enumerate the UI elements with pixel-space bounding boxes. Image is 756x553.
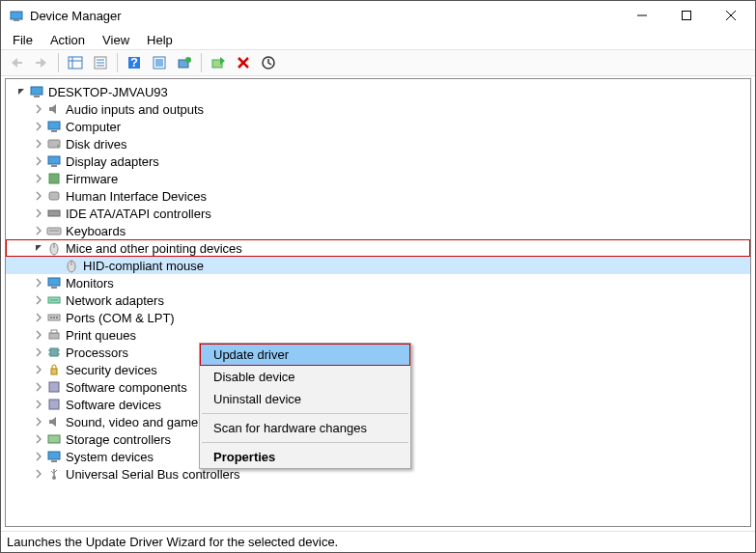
category-label: Software components bbox=[66, 380, 187, 395]
svg-rect-52 bbox=[50, 348, 58, 356]
system-icon bbox=[46, 449, 62, 464]
category-label: Storage controllers bbox=[66, 432, 171, 447]
chevron-icon[interactable] bbox=[33, 191, 44, 201]
update-driver-button[interactable] bbox=[173, 51, 196, 74]
tree-category[interactable]: Disk drives bbox=[6, 135, 750, 152]
chevron-icon[interactable] bbox=[33, 104, 44, 114]
svg-rect-32 bbox=[51, 165, 57, 167]
chevron-icon[interactable] bbox=[33, 156, 44, 166]
category-label: Software devices bbox=[66, 398, 161, 412]
svg-rect-57 bbox=[51, 369, 57, 374]
storage-icon bbox=[46, 431, 62, 447]
chevron-icon[interactable] bbox=[33, 469, 44, 479]
tree-device[interactable]: HID-compliant mouse bbox=[6, 257, 750, 274]
tree-category[interactable]: Print queues bbox=[6, 326, 750, 344]
chevron-icon[interactable] bbox=[33, 208, 44, 218]
root-label: DESKTOP-JMVAU93 bbox=[48, 85, 168, 99]
monitor-icon bbox=[46, 275, 62, 290]
tree-category[interactable]: Firmware bbox=[6, 170, 750, 187]
close-button[interactable] bbox=[709, 2, 753, 29]
chevron-icon[interactable] bbox=[33, 174, 44, 183]
show-hide-console-button[interactable] bbox=[64, 51, 87, 74]
svg-point-47 bbox=[50, 317, 52, 318]
menubar: File Action View Help bbox=[1, 30, 755, 49]
maximize-button[interactable] bbox=[664, 2, 709, 29]
svg-point-48 bbox=[53, 317, 55, 318]
keyboard-icon bbox=[46, 223, 62, 238]
chevron-icon[interactable] bbox=[33, 400, 44, 409]
chevron-icon[interactable] bbox=[33, 295, 44, 305]
chevron-icon[interactable] bbox=[33, 330, 44, 340]
menu-view[interactable]: View bbox=[95, 32, 137, 48]
chevron-icon[interactable] bbox=[33, 278, 44, 288]
tree-category[interactable]: Mice and other pointing devices bbox=[6, 239, 750, 257]
tree-category[interactable]: Computer bbox=[6, 118, 750, 135]
audio-icon bbox=[46, 101, 62, 117]
properties-button[interactable] bbox=[89, 51, 112, 74]
svg-rect-33 bbox=[49, 174, 59, 183]
tree-root[interactable]: DESKTOP-JMVAU93 bbox=[6, 83, 750, 100]
chevron-icon[interactable] bbox=[33, 122, 44, 131]
context-scan-hardware[interactable]: Scan for hardware changes bbox=[200, 417, 410, 439]
mouse-icon bbox=[46, 240, 62, 256]
chevron-icon[interactable] bbox=[33, 313, 44, 322]
device-tree-panel[interactable]: DESKTOP-JMVAU93Audio inputs and outputsC… bbox=[5, 78, 751, 527]
category-label: Firmware bbox=[66, 172, 118, 186]
disable-device-button[interactable] bbox=[257, 51, 280, 74]
menu-action[interactable]: Action bbox=[42, 32, 93, 48]
context-separator bbox=[202, 413, 408, 414]
context-update-driver[interactable]: Update driver bbox=[200, 344, 410, 366]
tree-category[interactable]: IDE ATA/ATAPI controllers bbox=[6, 205, 750, 222]
svg-rect-43 bbox=[51, 287, 57, 289]
firmware-icon bbox=[46, 171, 62, 186]
chevron-icon[interactable] bbox=[33, 347, 44, 357]
category-label: Security devices bbox=[66, 363, 157, 377]
menu-file[interactable]: File bbox=[5, 32, 41, 48]
svg-rect-42 bbox=[48, 278, 60, 286]
uninstall-device-button[interactable] bbox=[232, 51, 255, 74]
titlebar: Device Manager bbox=[1, 1, 755, 30]
category-label: Display adapters bbox=[66, 154, 159, 169]
disk-icon bbox=[46, 136, 62, 152]
chevron-icon[interactable] bbox=[33, 226, 44, 235]
category-label: Processors bbox=[66, 346, 128, 360]
tree-category[interactable]: Monitors bbox=[6, 274, 750, 291]
chevron-icon[interactable] bbox=[33, 139, 44, 149]
tree-category[interactable]: Network adapters bbox=[6, 291, 750, 309]
minimize-button[interactable] bbox=[620, 2, 664, 29]
tree-category[interactable]: Ports (COM & LPT) bbox=[6, 309, 750, 326]
forward-button[interactable] bbox=[30, 51, 53, 74]
category-label: Monitors bbox=[66, 276, 114, 290]
chevron-icon[interactable] bbox=[33, 243, 44, 253]
scan-hardware-button[interactable] bbox=[148, 51, 171, 74]
category-label: Mice and other pointing devices bbox=[66, 241, 242, 256]
computer-icon bbox=[46, 119, 62, 134]
category-label: Human Interface Devices bbox=[66, 189, 207, 204]
back-button[interactable] bbox=[5, 51, 28, 74]
help-button[interactable]: ? bbox=[123, 51, 146, 74]
chevron-icon[interactable] bbox=[33, 452, 44, 461]
cpu-icon bbox=[46, 345, 62, 360]
tree-category[interactable]: Human Interface Devices bbox=[6, 187, 750, 205]
svg-rect-50 bbox=[49, 333, 59, 339]
tree-category[interactable]: Keyboards bbox=[6, 222, 750, 239]
svg-rect-58 bbox=[49, 382, 59, 392]
context-uninstall-device[interactable]: Uninstall device bbox=[200, 388, 410, 410]
svg-rect-27 bbox=[48, 122, 60, 129]
svg-rect-1 bbox=[14, 19, 19, 21]
svg-rect-0 bbox=[11, 12, 22, 19]
context-disable-device[interactable]: Disable device bbox=[200, 366, 410, 388]
tree-category[interactable]: Display adapters bbox=[6, 152, 750, 170]
port-icon bbox=[46, 310, 62, 325]
chevron-icon[interactable] bbox=[33, 382, 44, 392]
menu-help[interactable]: Help bbox=[139, 32, 181, 48]
chevron-icon[interactable] bbox=[33, 365, 44, 374]
chevron-icon[interactable] bbox=[33, 434, 44, 444]
chevron-icon[interactable] bbox=[33, 417, 44, 427]
svg-rect-25 bbox=[31, 87, 42, 95]
svg-rect-59 bbox=[49, 400, 59, 409]
context-properties[interactable]: Properties bbox=[200, 446, 410, 468]
enable-device-button[interactable] bbox=[207, 51, 230, 74]
swdev-icon bbox=[46, 397, 62, 412]
tree-category[interactable]: Audio inputs and outputs bbox=[6, 100, 750, 118]
